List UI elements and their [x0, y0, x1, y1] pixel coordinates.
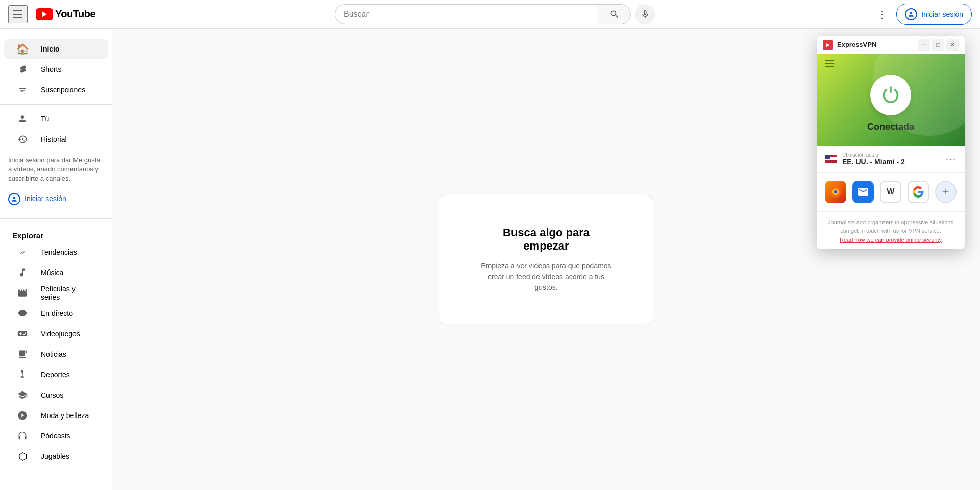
cursos-icon [16, 390, 29, 400]
moda-icon [16, 410, 29, 421]
vpn-location-name: EE. UU. - Miami - 2 [842, 158, 905, 166]
sidebar-item-tendencias[interactable]: Tendencias [4, 242, 108, 262]
vpn-location-left: Ubicación actual EE. UU. - Miami - 2 [825, 152, 905, 166]
tendencias-icon [16, 247, 29, 257]
sidebar-label-en-directo: En directo [41, 309, 73, 317]
home-icon: 🏠 [16, 43, 29, 55]
email-icon [857, 186, 869, 198]
sidebar-signin-link[interactable]: Iniciar sesión [8, 190, 104, 208]
empty-state: Busca algo para empezar Empieza a ver ví… [439, 195, 653, 324]
vpn-quick-access: W + [817, 173, 965, 212]
mic-icon [640, 9, 650, 19]
svg-point-3 [834, 190, 837, 193]
vpn-shortcut-add[interactable]: + [935, 181, 957, 203]
suscripciones-icon [16, 85, 29, 95]
header-right: ⋮ Iniciar sesión [870, 4, 972, 25]
firefox-icon [829, 185, 842, 199]
empty-state-description: Empieza a ver vídeos para que podamos cr… [480, 261, 612, 293]
noticias-icon [16, 349, 29, 359]
header: YouTube ⋮ Iniciar sesión [0, 0, 980, 29]
empty-state-title: Busca algo para empezar [480, 226, 612, 253]
vpn-titlebar-left: ExpressVPN [823, 40, 876, 50]
person-icon [908, 11, 915, 18]
more-options-button[interactable]: ⋮ [872, 4, 892, 24]
us-flag [825, 155, 837, 163]
vpn-shortcut-firefox[interactable] [825, 181, 846, 203]
vpn-shortcut-email[interactable] [852, 181, 874, 203]
sidebar-label-shorts: Shorts [41, 65, 61, 74]
vpn-menu-button[interactable] [825, 60, 834, 67]
user-avatar-icon [905, 8, 917, 20]
sidebar-label-tu: Tú [41, 115, 49, 123]
sidebar-item-cursos[interactable]: Cursos [4, 385, 108, 405]
youtube-logo[interactable]: YouTube [36, 8, 95, 20]
sidebar-item-musica[interactable]: Música [4, 262, 108, 283]
sidebar-label-deportes: Deportes [41, 371, 70, 379]
historial-icon [16, 134, 29, 144]
search-input[interactable] [335, 4, 598, 24]
tu-icon [16, 114, 29, 124]
header-left: YouTube [8, 5, 120, 23]
sidebar-item-inicio[interactable]: 🏠 Inicio [4, 39, 108, 59]
sidebar-item-peliculas[interactable]: Películas y series [4, 283, 108, 303]
sidebar-label-videojuegos: Videojuegos [41, 330, 80, 338]
sidebar-label-inicio: Inicio [41, 45, 60, 53]
wikipedia-text: W [887, 187, 894, 197]
sidebar-label-noticias: Noticias [41, 350, 66, 358]
vpn-popup: ExpressVPN − □ ✕ Conectada Ubicación [817, 36, 965, 249]
vpn-footer: Journalists and organizers in oppressive… [817, 212, 965, 249]
vpn-location-more-button[interactable]: ··· [946, 154, 957, 164]
sidebar-label-cursos: Cursos [41, 391, 63, 399]
en-directo-icon [16, 308, 29, 318]
podcasts-icon [16, 431, 29, 441]
sidebar-label-podcasts: Pódcasts [41, 432, 70, 440]
add-icon-text: + [943, 185, 949, 199]
sidebar-item-suscripciones[interactable]: Suscripciones [4, 80, 108, 100]
sidebar-section-main: 🏠 Inicio Shorts Suscripciones [0, 35, 112, 105]
musica-icon [16, 267, 29, 278]
sidebar-item-historial[interactable]: Historial [4, 129, 108, 150]
sidebar-section-user: Tú Historial Inicia sesión para dar Me g… [0, 105, 112, 219]
sidebar-item-jugables[interactable]: ⬡ Jugables [4, 446, 108, 467]
sidebar-label-suscripciones: Suscripciones [41, 86, 85, 94]
search-bar [335, 4, 631, 24]
sidebar-label-tendencias: Tendencias [41, 248, 77, 256]
google-icon [912, 186, 924, 198]
sidebar-item-deportes[interactable]: Deportes [4, 364, 108, 385]
sidebar-item-podcasts[interactable]: Pódcasts [4, 426, 108, 446]
vpn-shortcut-wikipedia[interactable]: W [880, 181, 901, 203]
sidebar-item-moda[interactable]: Moda y belleza [4, 405, 108, 426]
youtube-icon [36, 8, 53, 20]
vpn-logo-icon [823, 40, 833, 50]
vpn-body: Conectada [817, 54, 965, 146]
signin-prompt: Inicia sesión para dar Me gusta a vídeos… [0, 150, 112, 214]
sidebar-user-circle-icon [8, 193, 20, 205]
shorts-icon [16, 64, 29, 75]
sidebar-label-historial: Historial [41, 135, 67, 143]
vpn-shortcut-google[interactable] [908, 181, 929, 203]
sidebar-label-moda: Moda y belleza [41, 411, 89, 420]
vpn-footer-link[interactable]: Read how we can provide online security [825, 237, 957, 243]
search-button[interactable] [598, 4, 631, 24]
menu-button[interactable] [8, 5, 28, 23]
sidebar-item-noticias[interactable]: Noticias [4, 344, 108, 364]
youtube-wordmark: YouTube [55, 8, 95, 20]
sidebar-signin-label: Iniciar sesión [24, 194, 66, 204]
vpn-location-label: Ubicación actual [842, 152, 905, 158]
search-icon [609, 9, 620, 19]
sidebar-label-jugables: Jugables [41, 452, 69, 460]
sidebar-item-videojuegos[interactable]: Videojuegos [4, 324, 108, 344]
jugables-icon: ⬡ [16, 450, 29, 462]
vpn-location: Ubicación actual EE. UU. - Miami - 2 ··· [817, 146, 965, 173]
videojuegos-icon [16, 329, 29, 339]
vpn-footer-text: Journalists and organizers in oppressive… [825, 218, 957, 235]
explore-section-title: Explorar [0, 223, 112, 242]
sidebar-item-shorts[interactable]: Shorts [4, 59, 108, 80]
signin-label: Iniciar sesión [921, 10, 963, 18]
signin-button[interactable]: Iniciar sesión [896, 4, 972, 25]
sidebar-item-tu[interactable]: Tú [4, 109, 108, 129]
mic-button[interactable] [635, 4, 655, 24]
sidebar-item-en-directo[interactable]: En directo [4, 303, 108, 324]
deportes-icon [16, 370, 29, 380]
signin-prompt-text: Inicia sesión para dar Me gusta a vídeos… [8, 156, 101, 182]
